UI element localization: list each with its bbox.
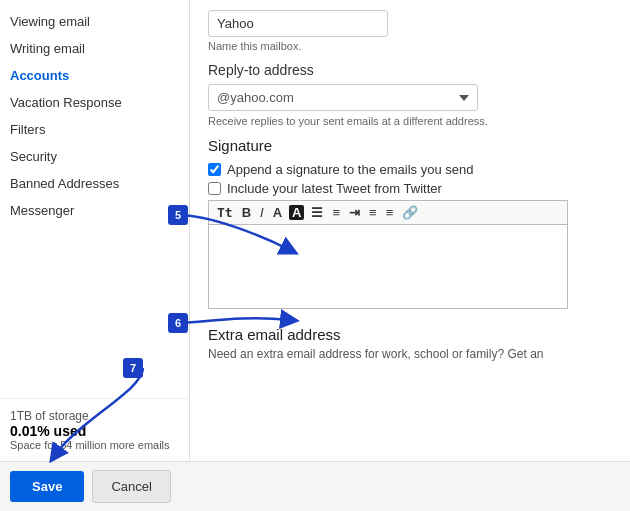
storage-title: 1TB of storage	[10, 409, 179, 423]
sidebar-item-viewing-email[interactable]: Viewing email	[0, 8, 189, 35]
sidebar-item-writing-email[interactable]: Writing email	[0, 35, 189, 62]
toolbar-ul-btn[interactable]: ☰	[309, 205, 325, 220]
cancel-button[interactable]: Cancel	[92, 470, 170, 503]
append-signature-label: Append a signature to the emails you sen…	[227, 162, 473, 177]
include-tweet-label: Include your latest Tweet from Twitter	[227, 181, 442, 196]
append-signature-checkbox[interactable]	[208, 163, 221, 176]
toolbar-align-center-btn[interactable]: ≡	[384, 205, 396, 220]
mailbox-name-input[interactable]	[208, 10, 388, 37]
sidebar-item-security[interactable]: Security	[0, 143, 189, 170]
reply-to-hint: Receive replies to your sent emails at a…	[208, 115, 612, 127]
sidebar: Viewing email Writing email Accounts Vac…	[0, 0, 190, 461]
sidebar-item-accounts[interactable]: Accounts	[0, 62, 189, 89]
save-button[interactable]: Save	[10, 471, 84, 502]
sidebar-item-filters[interactable]: Filters	[0, 116, 189, 143]
toolbar-tt-btn[interactable]: Tt	[215, 205, 235, 220]
toolbar-font-bg-btn[interactable]: A	[289, 205, 304, 220]
mailbox-name-hint: Name this mailbox.	[208, 40, 612, 52]
extra-email-desc: Need an extra email address for work, sc…	[208, 347, 612, 361]
toolbar-font-color-btn[interactable]: A	[271, 205, 284, 220]
main-content: Name this mailbox. Reply-to address @yah…	[190, 0, 630, 461]
reply-to-label: Reply-to address	[208, 62, 612, 78]
signature-section: Signature Append a signature to the emai…	[208, 137, 612, 312]
reply-to-wrapper: @yahoo.com	[208, 84, 478, 111]
sidebar-item-messenger[interactable]: Messenger	[0, 197, 189, 224]
sidebar-item-vacation-response[interactable]: Vacation Response	[0, 89, 189, 116]
editor-toolbar: Tt B I A A ☰ ≡ ⇥ ≡ ≡ 🔗	[208, 200, 568, 224]
extra-email-section: Extra email address Need an extra email …	[208, 326, 612, 361]
reply-to-select[interactable]: @yahoo.com	[208, 84, 478, 111]
toolbar-indent-btn[interactable]: ⇥	[347, 205, 362, 220]
storage-info: 1TB of storage 0.01% used Space for 54 m…	[0, 398, 189, 461]
signature-checkbox-row-1: Append a signature to the emails you sen…	[208, 162, 612, 177]
annotation-badge-7: 7	[123, 358, 143, 378]
toolbar-ol-btn[interactable]: ≡	[330, 205, 342, 220]
include-tweet-checkbox[interactable]	[208, 182, 221, 195]
toolbar-align-left-btn[interactable]: ≡	[367, 205, 379, 220]
extra-email-title: Extra email address	[208, 326, 612, 343]
sidebar-item-banned-addresses[interactable]: Banned Addresses	[0, 170, 189, 197]
storage-sub: Space for 54 million more emails	[10, 439, 179, 451]
signature-title: Signature	[208, 137, 612, 154]
signature-editor[interactable]	[208, 224, 568, 309]
annotation-badge-6: 6	[168, 313, 188, 333]
storage-used: 0.01% used	[10, 423, 179, 439]
toolbar-link-btn[interactable]: 🔗	[400, 205, 420, 220]
footer-bar: Save Cancel	[0, 461, 630, 511]
signature-checkbox-row-2: Include your latest Tweet from Twitter	[208, 181, 612, 196]
annotation-badge-5: 5	[168, 205, 188, 225]
toolbar-bold-btn[interactable]: B	[240, 205, 253, 220]
toolbar-italic-btn[interactable]: I	[258, 205, 266, 220]
